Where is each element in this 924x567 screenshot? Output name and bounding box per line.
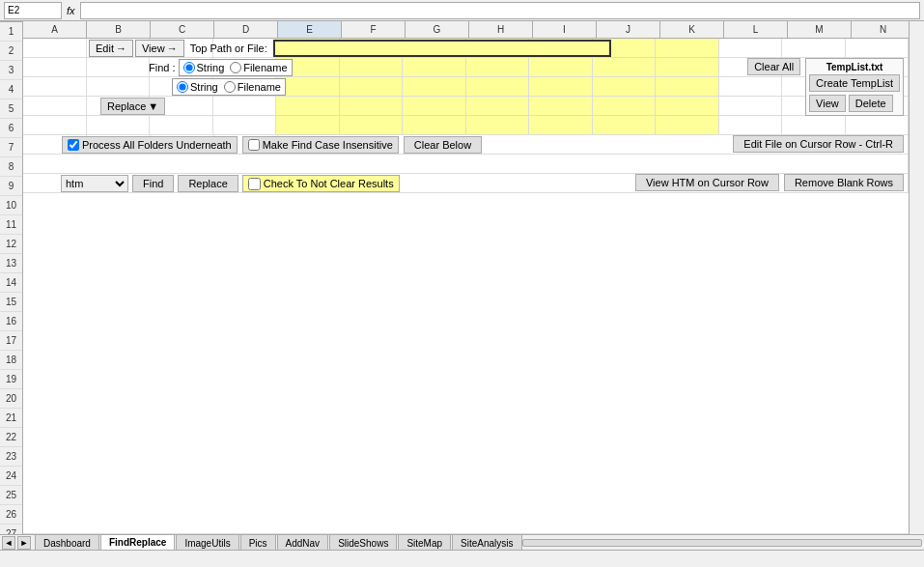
make-case-label: Make Find Case Insensitive	[263, 139, 393, 151]
row-num-18: 18	[0, 351, 22, 370]
check-notclear-item[interactable]: Check To Not Clear Results	[242, 175, 400, 192]
row-num-7: 7	[0, 138, 22, 157]
replace-label: Replace	[107, 100, 146, 112]
tab-findreplace[interactable]: FindReplace	[100, 534, 175, 551]
tab-imageutils[interactable]: ImageUtils	[176, 534, 238, 551]
find-label: Find :	[149, 62, 176, 73]
row-num-10: 10	[0, 196, 22, 215]
fx-label: fx	[64, 5, 78, 16]
col-header-M: M	[788, 21, 852, 38]
scroll-left-button[interactable]: ◄	[2, 536, 15, 550]
find-string-radio[interactable]	[183, 62, 195, 73]
find-radio-group: String Filename	[179, 59, 293, 76]
templist-box: TempList.txt Create TempList View Delete	[805, 58, 904, 116]
col-headers: A B C D E F G H I J K L M N	[23, 21, 909, 39]
scroll-right-button[interactable]: ►	[17, 536, 31, 550]
create-templist-button[interactable]: Create TempList	[809, 74, 900, 92]
row-num-26: 26	[0, 505, 22, 524]
row-num-12: 12	[0, 235, 22, 254]
check-notclear-label: Check To Not Clear Results	[264, 178, 394, 189]
clear-below-button[interactable]: Clear Below	[404, 136, 482, 154]
col-header-F: F	[342, 21, 406, 38]
find-string-radio2-item[interactable]: String	[177, 81, 218, 93]
process-folders-checkbox-item[interactable]: Process All Folders Underneath	[62, 136, 238, 154]
row-num-6: 6	[0, 119, 22, 138]
col-header-G: G	[406, 21, 469, 38]
tab-dashboard[interactable]: Dashboard	[35, 534, 99, 551]
view-button[interactable]: View →	[135, 40, 184, 57]
row-num-22: 22	[0, 428, 22, 447]
col-header-B: B	[87, 21, 151, 38]
find-filename-radio2[interactable]	[224, 81, 236, 93]
tab-sitemap[interactable]: SiteMap	[398, 534, 451, 551]
process-folders-checkbox[interactable]	[68, 139, 79, 151]
horizontal-scrollbar[interactable]: ◄ ► Dashboard FindReplace ImageUtils Pic…	[0, 534, 924, 550]
view-label: View	[142, 43, 165, 54]
row-num-15: 15	[0, 293, 22, 312]
tab-addnav[interactable]: AddNav	[277, 534, 329, 551]
edit-label: Edit	[96, 43, 114, 54]
row-num-2: 2	[0, 42, 22, 61]
row-num-8: 8	[0, 157, 22, 177]
col-header-L: L	[724, 21, 788, 38]
row-numbers: 1 2 3 4 5 6 7 8 9 10 11 12 13 14 15 16 1…	[0, 21, 23, 534]
file-type-select[interactable]: htm html all	[61, 175, 128, 192]
check-notclear-checkbox[interactable]	[248, 178, 261, 190]
remove-blank-rows-button[interactable]: Remove Blank Rows	[784, 174, 904, 191]
name-box[interactable]	[4, 2, 62, 19]
row-num-14: 14	[0, 273, 22, 293]
row-num-13: 13	[0, 254, 22, 273]
find-string-radio-item[interactable]: String	[183, 62, 225, 73]
string-label2: String	[190, 81, 218, 93]
col-header-K: K	[660, 21, 724, 38]
edit-file-button[interactable]: Edit File on Cursor Row - Ctrl-R	[733, 135, 904, 153]
row-num-11: 11	[0, 215, 22, 235]
row-num-17: 17	[0, 331, 22, 351]
tab-pics[interactable]: Pics	[240, 534, 276, 551]
row-num-3: 3	[0, 61, 22, 80]
grid-area: 1 2 3 4 5 6 7 8 9 10 11 12 13 14 15 16 1…	[0, 21, 924, 534]
top-path-input[interactable]	[273, 40, 611, 57]
clear-all-button[interactable]: Clear All	[747, 58, 800, 75]
find-button[interactable]: Find	[132, 175, 174, 192]
view-htm-button[interactable]: View HTM on Cursor Row	[635, 174, 779, 191]
formula-bar[interactable]	[80, 2, 920, 19]
col-header-J: J	[597, 21, 660, 38]
grid-rows: Edit → View → Top Path or File: Fin	[23, 39, 909, 534]
row-num-23: 23	[0, 447, 22, 467]
row-num-1: 1	[0, 22, 22, 42]
col-header-C: C	[151, 21, 214, 38]
make-case-checkbox[interactable]	[248, 139, 260, 151]
filename-label: Filename	[243, 62, 287, 73]
make-case-checkbox-item[interactable]: Make Find Case Insensitive	[242, 136, 399, 154]
vertical-scrollbar[interactable]	[909, 21, 924, 534]
tab-slideshows[interactable]: SlideShows	[329, 534, 397, 551]
tab-siteanalysis[interactable]: SiteAnalysis	[452, 534, 521, 551]
h-scrollbar-track[interactable]	[522, 539, 922, 547]
top-path-label: Top Path or File:	[186, 43, 271, 54]
replace-arrow-icon: ▼	[148, 100, 158, 112]
row-num-16: 16	[0, 312, 22, 331]
filename-label2: Filename	[238, 81, 281, 93]
arrow-icon-1: →	[116, 43, 126, 54]
edit-button[interactable]: Edit →	[89, 40, 133, 57]
col-header-A: A	[23, 21, 87, 38]
grid-main: A B C D E F G H I J K L M N	[23, 21, 909, 534]
col-header-I: I	[533, 21, 597, 38]
process-folders-label: Process All Folders Underneath	[82, 139, 232, 151]
find-filename-radio2-item[interactable]: Filename	[224, 81, 281, 93]
row-num-19: 19	[0, 370, 22, 389]
find-filename-radio-item[interactable]: Filename	[230, 62, 287, 73]
find-filename-radio[interactable]	[230, 62, 241, 73]
find-string-radio2[interactable]	[177, 81, 188, 93]
replace-button[interactable]: Replace	[178, 175, 238, 192]
string-label: String	[197, 62, 225, 73]
delete-templist-button[interactable]: Delete	[849, 95, 893, 112]
find-radio-group-2: String Filename	[172, 78, 286, 96]
row-num-5: 5	[0, 99, 22, 119]
row-num-27: 27	[0, 524, 22, 534]
row-num-25: 25	[0, 486, 22, 505]
row-num-9: 9	[0, 177, 22, 196]
view-templist-button[interactable]: View	[809, 95, 846, 112]
replace-dropdown-button[interactable]: Replace ▼	[100, 98, 165, 115]
